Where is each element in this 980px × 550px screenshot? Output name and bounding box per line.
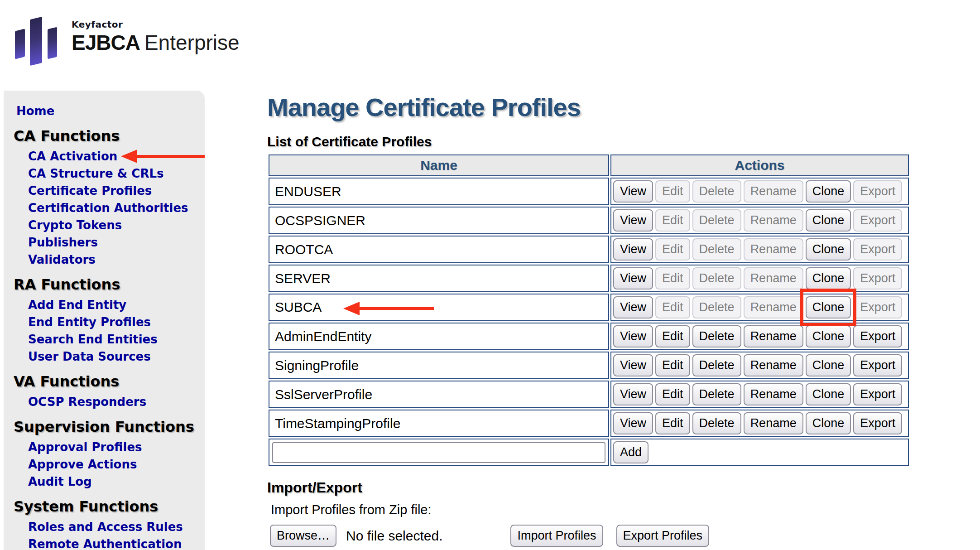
clone-button-signingprofile[interactable]: Clone	[806, 354, 851, 376]
sidebar-item-certification-authorities[interactable]: Certification Authorities	[28, 199, 205, 217]
profile-name-cell: SERVER	[269, 265, 609, 292]
table-row-server: SERVERViewEditDeleteRenameCloneExport	[269, 265, 909, 292]
delete-button-subca: Delete	[692, 296, 741, 318]
sidebar-item-validators[interactable]: Validators	[28, 251, 205, 268]
sidebar-item-roles-and-access-rules[interactable]: Roles and Access Rules	[28, 518, 205, 536]
sidebar-item-ca-structure-crls[interactable]: CA Structure & CRLs	[28, 165, 205, 182]
list-heading: List of Certificate Profiles	[267, 134, 915, 150]
view-button-sslserverprofile[interactable]: View	[613, 383, 653, 405]
new-profile-name-input[interactable]	[272, 442, 605, 463]
logo-bar	[15, 29, 25, 59]
profile-name-cell: OCSPSIGNER	[269, 207, 609, 234]
view-button-enduser[interactable]: View	[613, 180, 653, 203]
delete-button-timestampingprofile[interactable]: Delete	[692, 412, 741, 434]
sidebar-item-certificate-profiles[interactable]: Certificate Profiles	[28, 182, 205, 199]
sidebar-sections: CA FunctionsCA ActivationCA Structure & …	[14, 127, 205, 550]
table-row-enduser: ENDUSERViewEditDeleteRenameCloneExport	[269, 178, 909, 205]
sidebar-item-search-end-entities[interactable]: Search End Entities	[28, 331, 205, 348]
sidebar-item-end-entity-profiles[interactable]: End Entity Profiles	[28, 314, 205, 331]
view-button-adminendentity[interactable]: View	[613, 325, 653, 347]
profile-actions-cell: ViewEditDeleteRenameCloneExport	[610, 236, 909, 263]
profile-name: OCSPSIGNER	[275, 213, 365, 228]
page: Keyfactor EJBCAEnterprise Home CA Functi…	[0, 0, 980, 550]
logo-product-edition: Enterprise	[144, 31, 240, 54]
view-button-subca[interactable]: View	[613, 296, 653, 318]
sidebar-item-audit-log[interactable]: Audit Log	[28, 473, 205, 490]
delete-button-adminendentity[interactable]: Delete	[692, 325, 741, 347]
clone-button-adminendentity[interactable]: Clone	[806, 325, 851, 347]
profile-name-cell: TimeStampingProfile	[269, 410, 609, 437]
clone-button-sslserverprofile[interactable]: Clone	[806, 383, 851, 405]
sidebar-section-ca-functions: CA Functions	[14, 127, 205, 145]
add-button[interactable]: Add	[613, 441, 649, 463]
clone-button-subca[interactable]: Clone	[806, 296, 851, 318]
delete-button-rootca: Delete	[692, 238, 741, 261]
rename-button-signingprofile[interactable]: Rename	[744, 354, 803, 376]
profile-name: TimeStampingProfile	[275, 416, 400, 431]
sidebar-item-ocsp-responders[interactable]: OCSP Responders	[28, 393, 205, 410]
profile-actions-cell: ViewEditDeleteRenameCloneExport	[610, 207, 909, 234]
sidebar-item-remote-authentication[interactable]: Remote Authentication	[28, 536, 205, 550]
view-button-timestampingprofile[interactable]: View	[613, 412, 653, 434]
delete-button-enduser: Delete	[692, 180, 741, 203]
browse-button[interactable]: Browse…	[270, 525, 336, 547]
export-button-adminendentity[interactable]: Export	[853, 325, 902, 347]
export-profiles-button[interactable]: Export Profiles	[616, 525, 710, 547]
edit-button-timestampingprofile[interactable]: Edit	[655, 412, 690, 434]
export-button-timestampingprofile[interactable]: Export	[853, 412, 902, 434]
table-row-rootca: ROOTCAViewEditDeleteRenameCloneExport	[269, 236, 909, 263]
profile-name: SigningProfile	[275, 358, 359, 373]
sidebar-item-add-end-entity[interactable]: Add End Entity	[28, 296, 205, 314]
edit-button-rootca: Edit	[655, 238, 690, 261]
edit-button-adminendentity[interactable]: Edit	[655, 325, 690, 347]
sidebar-item-crypto-tokens[interactable]: Crypto Tokens	[28, 217, 205, 234]
import-profiles-button[interactable]: Import Profiles	[510, 525, 603, 547]
clone-button-timestampingprofile[interactable]: Clone	[806, 412, 851, 434]
rename-button-timestampingprofile[interactable]: Rename	[744, 412, 803, 434]
sidebar-section-va-functions: VA Functions	[14, 372, 205, 391]
certificate-profiles-table: Name Actions ENDUSERViewEditDeleteRename…	[267, 153, 910, 468]
add-profile-actions-cell: Add	[610, 439, 909, 466]
import-export-heading: Import/Export	[267, 479, 915, 496]
clone-button-ocspsigner[interactable]: Clone	[806, 209, 851, 232]
sidebar-section-supervision-functions: Supervision Functions	[14, 418, 205, 436]
sidebar-item-home[interactable]: Home	[16, 102, 205, 120]
sidebar-item-publishers[interactable]: Publishers	[28, 234, 205, 251]
export-button-signingprofile[interactable]: Export	[853, 354, 902, 376]
edit-button-enduser: Edit	[655, 180, 690, 203]
clone-button-rootca[interactable]: Clone	[806, 238, 851, 261]
sidebar-item-ca-activation[interactable]: CA Activation	[28, 148, 205, 165]
rename-button-ocspsigner: Rename	[744, 209, 803, 232]
edit-button-subca: Edit	[655, 296, 690, 318]
edit-button-sslserverprofile[interactable]: Edit	[655, 383, 690, 405]
sidebar-item-approval-profiles[interactable]: Approval Profiles	[28, 439, 205, 456]
rename-button-adminendentity[interactable]: Rename	[744, 325, 803, 347]
profile-name-cell: SigningProfile	[269, 352, 609, 379]
sidebar-section-system-functions: System Functions	[14, 497, 205, 516]
view-button-server[interactable]: View	[613, 267, 653, 289]
add-profile-name-cell	[269, 439, 609, 466]
sidebar-item-user-data-sources[interactable]: User Data Sources	[28, 348, 205, 365]
table-row-ocspsigner: OCSPSIGNERViewEditDeleteRenameCloneExpor…	[269, 207, 909, 234]
delete-button-sslserverprofile[interactable]: Delete	[692, 383, 741, 405]
sidebar-item-approve-actions[interactable]: Approve Actions	[28, 456, 205, 473]
export-button-server: Export	[853, 267, 902, 289]
clone-button-enduser[interactable]: Clone	[806, 180, 851, 203]
edit-button-signingprofile[interactable]: Edit	[655, 354, 690, 376]
view-button-rootca[interactable]: View	[613, 238, 653, 261]
clone-button-server[interactable]: Clone	[806, 267, 851, 289]
delete-button-signingprofile[interactable]: Delete	[692, 354, 741, 376]
sidebar: Home CA FunctionsCA ActivationCA Structu…	[4, 91, 205, 550]
import-zip-label: Import Profiles from Zip file:	[271, 502, 915, 517]
profile-name: ROOTCA	[275, 242, 333, 257]
rename-button-sslserverprofile[interactable]: Rename	[744, 383, 803, 405]
rename-button-enduser: Rename	[744, 180, 803, 203]
profile-name: SslServerProfile	[275, 387, 372, 402]
export-button-sslserverprofile[interactable]: Export	[853, 383, 902, 405]
profile-name-cell: ROOTCA	[269, 236, 609, 263]
logo-brand: Keyfactor	[72, 19, 240, 30]
add-profile-row: Add	[269, 439, 909, 466]
column-header-actions: Actions	[610, 154, 909, 176]
view-button-ocspsigner[interactable]: View	[613, 209, 653, 232]
view-button-signingprofile[interactable]: View	[613, 354, 653, 376]
